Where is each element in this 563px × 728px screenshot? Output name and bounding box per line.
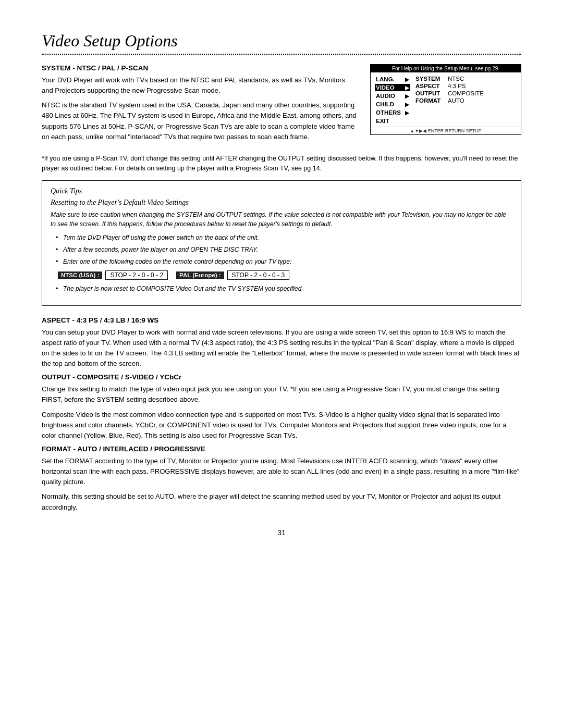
menu-item-arrow: ▶	[405, 110, 409, 116]
bullet-item: Enter one of the following codes on the …	[56, 257, 512, 267]
pal-label: PAL (Europe) :	[176, 272, 224, 279]
top-section: SYSTEM - NTSC / PAL / P-SCAN Your DVD Pl…	[42, 64, 521, 146]
quick-tips-body: Make sure to use caution when changing t…	[51, 210, 512, 229]
menu-setting-aspect: ASPECT 4:3 PS	[415, 83, 484, 89]
aspect-heading: ASPECT - 4:3 PS / 4:3 LB / 16:9 WS	[42, 316, 521, 324]
menu-item-others[interactable]: OTHERS ▶	[375, 109, 410, 116]
menu-setting-system: SYSTEM NTSC	[415, 76, 484, 82]
bullet-item: Turn the DVD Player off using the power …	[56, 233, 512, 243]
setting-label: FORMAT	[415, 97, 443, 104]
menu-nav-bar: ▲▼▶◀ ENTER RETURN SETUP	[371, 127, 521, 134]
ntsc-code-block: NTSC (USA) : STOP - 2 - 0 - 0 - 2	[58, 270, 168, 280]
setting-label: OUTPUT	[415, 90, 443, 96]
menu-inner: LANG. ▶ VIDEO ▶ AUDIO ▶ CHILD ▶	[371, 72, 521, 127]
menu-item-child[interactable]: CHILD ▶	[375, 101, 410, 108]
quick-tips-title: Quick Tips	[51, 187, 512, 195]
format-heading: FORMAT - AUTO / INTERLACED / PROGRESSIVE	[42, 445, 521, 453]
menu-help-bar: For Help on Using the Setup Menu, see pg…	[371, 65, 521, 72]
menu-left-column: LANG. ▶ VIDEO ▶ AUDIO ▶ CHILD ▶	[375, 76, 410, 125]
menu-item-video[interactable]: VIDEO ▶	[375, 84, 410, 91]
format-para1: Set the FORMAT according to the type of …	[42, 456, 521, 487]
page-number: 31	[42, 528, 521, 537]
pal-code-block: PAL (Europe) : STOP - 2 - 0 - 0 - 3	[176, 270, 289, 280]
output-heading: OUTPUT - COMPOSITE / S-VIDEO / YCbCr	[42, 373, 521, 381]
menu-item-label: VIDEO	[376, 84, 395, 91]
pscan-note: *If you are using a P-Scan TV, don't cha…	[42, 154, 521, 174]
menu-right-column: SYSTEM NTSC ASPECT 4:3 PS OUTPUT COMPOSI…	[415, 76, 484, 125]
setting-value: AUTO	[448, 97, 464, 104]
ntsc-code-value: STOP - 2 - 0 - 0 - 2	[105, 270, 168, 280]
pal-code-value: STOP - 2 - 0 - 0 - 3	[227, 270, 290, 280]
menu-item-arrow: ▶	[405, 93, 409, 99]
setting-value: NTSC	[448, 76, 464, 82]
menu-setting-format: FORMAT AUTO	[415, 97, 484, 104]
setting-value: 4:3 PS	[448, 83, 466, 89]
menu-item-label: AUDIO	[376, 93, 395, 99]
format-para2: Normally, this setting should be set to …	[42, 491, 521, 512]
bullet-item: After a few seconds, power the player on…	[56, 245, 512, 255]
setup-menu: For Help on Using the Setup Menu, see pg…	[370, 64, 521, 135]
menu-item-label: CHILD	[376, 101, 394, 107]
system-para2: NTSC is the standard TV system used in t…	[42, 100, 358, 142]
quick-tips-subtitle: Resetting to the Player's Default Video …	[51, 199, 512, 207]
menu-setting-output: OUTPUT COMPOSITE	[415, 90, 484, 96]
ntsc-label: NTSC (USA) :	[58, 272, 102, 279]
setting-value: COMPOSITE	[448, 90, 484, 96]
menu-item-audio[interactable]: AUDIO ▶	[375, 92, 410, 100]
menu-item-arrow: ▶	[405, 102, 409, 107]
quick-tips-bullets: Turn the DVD Player off using the power …	[51, 233, 512, 266]
menu-item-lang[interactable]: LANG. ▶	[375, 76, 410, 83]
menu-item-label: LANG.	[376, 76, 395, 82]
menu-item-label: EXIT	[376, 118, 389, 124]
page-title: Video Setup Options	[42, 31, 521, 51]
menu-item-label: OTHERS	[376, 109, 401, 116]
code-row: NTSC (USA) : STOP - 2 - 0 - 0 - 2 PAL (E…	[58, 270, 512, 280]
setup-menu-box: For Help on Using the Setup Menu, see pg…	[370, 64, 521, 146]
quick-tips-reset-note-list: The player is now reset to COMPOSITE Vid…	[51, 284, 512, 294]
section-divider	[42, 54, 521, 55]
aspect-para1: You can setup your DVD Player to work wi…	[42, 327, 521, 369]
menu-item-exit[interactable]: EXIT	[375, 117, 410, 125]
setting-label: SYSTEM	[415, 76, 443, 82]
system-para1: Your DVD Player will work with TVs based…	[42, 75, 358, 96]
output-para1: Change this setting to match the type of…	[42, 384, 521, 405]
system-heading: SYSTEM - NTSC / PAL / P-SCAN	[42, 64, 358, 72]
setting-label: ASPECT	[415, 83, 443, 89]
menu-item-arrow: ▶	[405, 85, 409, 91]
reset-note-item: The player is now reset to COMPOSITE Vid…	[56, 284, 512, 294]
system-section-text: SYSTEM - NTSC / PAL / P-SCAN Your DVD Pl…	[42, 64, 358, 146]
menu-item-arrow: ▶	[405, 77, 409, 82]
quick-tips-box: Quick Tips Resetting to the Player's Def…	[42, 180, 521, 305]
output-para2: Composite Video is the most common video…	[42, 410, 521, 441]
